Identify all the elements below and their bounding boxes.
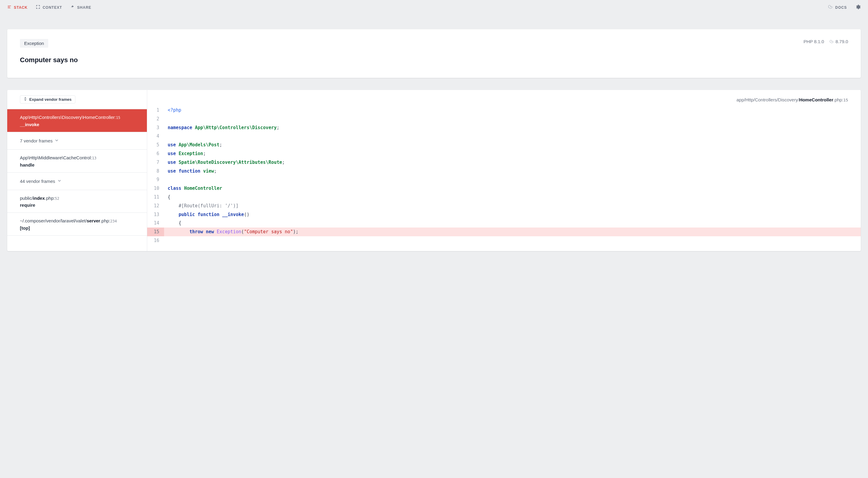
exception-message: Computer says no [20,56,803,64]
laravel-icon [829,39,834,44]
stack-frame[interactable]: 7 vendor frames [7,132,147,150]
code-line: 6use Exception; [147,149,861,158]
chevron-down-icon [58,179,61,183]
tab-share[interactable]: SHARE [70,5,91,10]
file-breadcrumb: app/Http/Controllers/Discovery/HomeContr… [147,90,861,106]
frame-path: App\Http\Middleware\CacheControl:13 [20,154,134,161]
code-line: 2 [147,115,861,123]
frame-path: public/index.php:52 [20,195,134,202]
laravel-version: 8.79.0 [829,39,848,44]
laravel-icon [828,4,833,10]
code-line: 16 [147,236,861,245]
code-line: 1<?php [147,106,861,115]
tab-share-label: SHARE [77,5,91,10]
stack-trace-card: Expand vendor frames App\Http\Controller… [7,90,861,251]
frame-method: require [20,203,134,208]
stack-frame[interactable]: App\Http\Middleware\CacheControl:13handl… [7,150,147,173]
code-line: 9 [147,175,861,184]
expand-label: Expand vendor frames [29,97,71,102]
exception-header-card: Exception Computer says no PHP 8.1.0 8.7… [7,29,861,78]
code-line: 3namespace App\Http\Controllers\Discover… [147,123,861,132]
collapsed-frame-label: 44 vendor frames [20,179,55,184]
docs-label: DOCS [835,5,847,10]
frame-method: __invoke [20,122,134,127]
php-version: PHP 8.1.0 [803,39,824,44]
frames-sidebar: Expand vendor frames App\Http\Controller… [7,90,147,251]
chevron-down-icon [55,138,59,143]
code-line: 11{ [147,193,861,202]
settings-button[interactable] [855,4,861,10]
exception-badge: Exception [20,39,48,48]
code-line: 12 #[Route(fullUri: '/')] [147,202,861,210]
tab-context-label: CONTEXT [42,5,62,10]
tab-context[interactable]: CONTEXT [36,5,62,10]
stack-frame[interactable]: public/index.php:52require [7,190,147,213]
code-line: 14 { [147,219,861,228]
share-icon [70,5,75,10]
expand-icon [36,5,40,10]
code-viewer: 1<?php23namespace App\Http\Controllers\D… [147,106,861,251]
stack-frame[interactable]: ~/.composer/vendor/laravel/valet/server.… [7,213,147,236]
chevron-up-down-icon [24,97,27,102]
collapsed-frame-label: 7 vendor frames [20,138,53,143]
code-line: 5use App\Models\Post; [147,141,861,149]
frame-path: App\Http\Controllers\Discovery\HomeContr… [20,114,134,121]
stack-frame[interactable]: 44 vendor frames [7,173,147,190]
frame-method: handle [20,162,134,168]
code-line: 10class HomeController [147,184,861,193]
tab-stack[interactable]: STACK [7,5,27,10]
code-line: 4 [147,132,861,141]
expand-vendor-frames-button[interactable]: Expand vendor frames [20,95,75,103]
frame-method: [top] [20,226,134,231]
frame-path: ~/.composer/vendor/laravel/valet/server.… [20,217,134,224]
code-line: 13 public function __invoke() [147,210,861,219]
top-nav: STACK CONTEXT SHARE DOCS [0,0,868,15]
docs-link[interactable]: DOCS [828,4,847,10]
code-line: 7use Spatie\RouteDiscovery\Attributes\Ro… [147,158,861,167]
code-pane: app/Http/Controllers/Discovery/HomeContr… [147,90,861,251]
stack-icon [7,5,11,10]
tab-stack-label: STACK [14,5,27,10]
stack-frame[interactable]: App\Http\Controllers\Discovery\HomeContr… [7,109,147,132]
code-line: 15 throw new Exception("Computer says no… [147,228,861,236]
code-line: 8use function view; [147,167,861,176]
